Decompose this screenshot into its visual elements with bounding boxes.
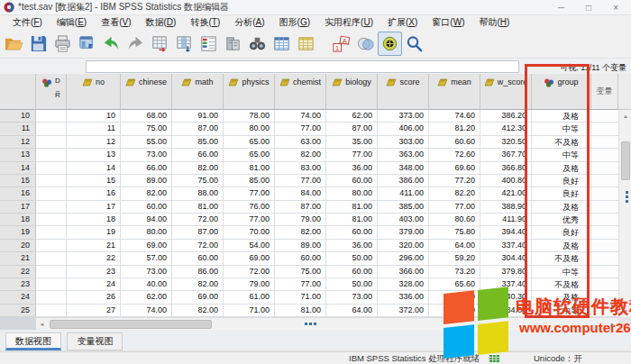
data-cell-math[interactable]: 85.00 (172, 136, 224, 149)
data-cell-mean[interactable]: 74.40 (429, 305, 480, 317)
data-cell-chinese[interactable]: 74.00 (121, 305, 172, 317)
data-cell-w_score[interactable]: 388.90 (480, 201, 532, 214)
data-cell-math[interactable]: 82.00 (172, 305, 224, 317)
menu-item-9[interactable]: 窗口(W) (425, 15, 471, 30)
minimize-button[interactable]: ─ (558, 1, 564, 14)
data-cell-math[interactable]: 60.00 (172, 252, 224, 265)
data-cell-D_R[interactable] (36, 266, 67, 278)
vertical-scrollbar[interactable]: ▲ ▼ (618, 110, 631, 317)
data-cell-mean[interactable]: 64.00 (429, 240, 480, 252)
insert-variable-button[interactable] (294, 32, 318, 56)
data-cell-physics[interactable]: 80.00 (224, 123, 275, 135)
data-cell-mean[interactable]: 69.60 (429, 162, 480, 175)
row-number-cell[interactable]: 25 (0, 305, 36, 317)
data-cell-score[interactable]: 328.00 (378, 278, 429, 291)
data-cell-physics[interactable]: 65.00 (224, 149, 275, 161)
menu-item-7[interactable]: 实用程序(U) (317, 15, 380, 30)
data-cell-mean[interactable]: 74.60 (429, 110, 480, 123)
data-cell-no[interactable]: 16 (67, 187, 121, 200)
data-cell-chinese[interactable]: 62.00 (121, 291, 172, 304)
data-cell-mean[interactable]: 81.20 (429, 123, 480, 135)
data-cell-no[interactable]: 14 (67, 162, 121, 175)
data-cell-score[interactable]: 403.00 (378, 214, 429, 226)
data-cell-biology[interactable]: 62.00 (326, 110, 378, 123)
data-cell-physics[interactable]: 54.00 (224, 240, 275, 252)
data-cell-physics[interactable]: 61.00 (224, 291, 275, 304)
data-cell-score[interactable]: 303.00 (378, 136, 429, 149)
column-header-physics[interactable]: physics (224, 74, 275, 110)
data-cell-chemist[interactable]: 83.00 (275, 162, 326, 175)
data-cell-chemist[interactable]: 75.00 (275, 266, 326, 278)
data-cell-mean[interactable]: 72.60 (429, 149, 480, 161)
data-cell-mean[interactable]: 67.20 (429, 291, 480, 304)
maximize-button[interactable]: □ (586, 1, 591, 14)
data-cell-chinese[interactable]: 40.00 (121, 278, 172, 291)
data-cell-math[interactable]: 69.00 (172, 291, 224, 304)
data-cell-D_R[interactable] (36, 214, 67, 226)
data-cell-no[interactable]: 22 (67, 252, 121, 265)
scroll-down-button[interactable]: ▼ (619, 305, 631, 317)
row-number-cell[interactable]: 22 (0, 266, 36, 278)
data-cell-physics[interactable]: 78.00 (224, 110, 275, 123)
data-cell-mean[interactable]: 82.20 (429, 187, 480, 200)
data-cell-chinese[interactable]: 89.00 (121, 175, 172, 187)
data-cell-D_R[interactable] (36, 149, 67, 161)
data-cell-no[interactable]: 15 (67, 175, 121, 187)
data-cell-chemist[interactable]: 82.00 (275, 226, 326, 239)
data-cell-w_score[interactable]: 421.00 (480, 187, 532, 200)
data-cell-score[interactable]: 411.00 (378, 187, 429, 200)
menu-item-6[interactable]: 图形(G) (272, 15, 317, 30)
data-cell-chinese[interactable]: 69.00 (121, 240, 172, 252)
data-cell-math[interactable]: 82.00 (172, 162, 224, 175)
data-cell-chemist[interactable]: 60.00 (275, 252, 326, 265)
row-number-cell[interactable]: 11 (0, 123, 36, 135)
data-cell-physics[interactable]: 77.00 (224, 214, 275, 226)
data-cell-group[interactable]: 及格 (532, 240, 591, 252)
column-header-group[interactable]: group (532, 74, 591, 110)
data-cell-biology[interactable]: 35.00 (326, 136, 378, 149)
column-header-biology[interactable]: biology (326, 74, 378, 110)
horizontal-pane-splitter[interactable] (305, 323, 316, 325)
data-cell-score[interactable]: 373.00 (378, 110, 429, 123)
row-number-cell[interactable]: 23 (0, 278, 36, 291)
data-cell-chinese[interactable]: 73.00 (121, 266, 172, 278)
data-cell-score[interactable]: 320.00 (378, 240, 429, 252)
data-cell-math[interactable]: 72.00 (172, 214, 224, 226)
data-cell-score[interactable]: 372.00 (378, 305, 429, 317)
menu-item-5[interactable]: 分析(A) (227, 15, 271, 30)
data-cell-D_R[interactable] (36, 252, 67, 265)
data-cell-chinese[interactable]: 57.00 (121, 252, 172, 265)
data-cell-chemist[interactable]: 89.00 (275, 240, 326, 252)
data-cell-biology[interactable]: 87.00 (326, 123, 378, 135)
data-cell-no[interactable]: 17 (67, 201, 121, 214)
data-cell-biology[interactable]: 60.00 (326, 175, 378, 187)
data-cell-group[interactable]: 及格 (532, 291, 591, 304)
data-cell-mean[interactable]: 60.60 (429, 136, 480, 149)
data-cell-w_score[interactable]: 304.40 (480, 252, 532, 265)
data-cell-physics[interactable]: 71.00 (224, 305, 275, 317)
data-cell-chinese[interactable]: 94.00 (121, 214, 172, 226)
tab-variable-view[interactable]: 变量视图 (67, 332, 123, 350)
data-cell-mean[interactable]: 77.00 (429, 201, 480, 214)
menu-item-3[interactable]: 数据(D) (139, 15, 184, 30)
data-cell-math[interactable]: 81.00 (172, 201, 224, 214)
recall-dialogs-button[interactable] (75, 32, 99, 56)
data-cell-w_score[interactable]: 400.80 (480, 175, 532, 187)
data-cell-no[interactable]: 13 (67, 149, 121, 161)
data-cell-group[interactable]: 中等 (532, 149, 591, 161)
data-cell-chemist[interactable]: 71.00 (275, 291, 326, 304)
data-cell-group[interactable]: 不及格 (532, 252, 591, 265)
vertical-pane-splitter[interactable] (626, 191, 628, 203)
open-file-button[interactable] (2, 32, 26, 56)
search-button[interactable] (402, 32, 426, 56)
data-cell-math[interactable]: 75.00 (172, 175, 224, 187)
column-header-w_score[interactable]: w_score (480, 74, 532, 110)
data-cell-chemist[interactable]: 74.00 (275, 110, 326, 123)
data-cell-biology[interactable]: 50.00 (326, 278, 378, 291)
data-cell-w_score[interactable]: 394.40 (480, 226, 532, 239)
data-cell-D_R[interactable] (36, 110, 67, 123)
column-header-chemist[interactable]: chemist (275, 74, 326, 110)
variables-button[interactable] (197, 32, 221, 56)
menu-item-10[interactable]: 帮助(H) (471, 15, 517, 30)
data-cell-D_R[interactable] (36, 305, 67, 317)
